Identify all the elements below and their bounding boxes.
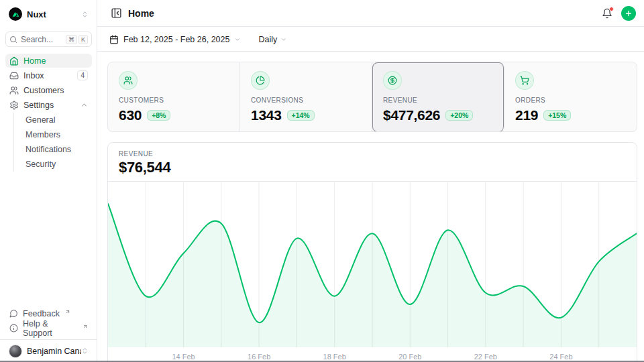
stat-delta-badge: +15% <box>543 110 571 121</box>
sidebar-subitem-label: General <box>25 115 55 125</box>
inbox-count-badge: 4 <box>77 70 88 80</box>
stat-delta-badge: +8% <box>147 110 170 121</box>
date-range-value: Feb 12, 2025 - Feb 26, 2025 <box>123 35 229 44</box>
area-chart-svg <box>108 182 637 347</box>
chart-title: Revenue <box>119 150 626 158</box>
sidebar-item-notifications[interactable]: Notifications <box>14 142 92 157</box>
add-button[interactable] <box>621 6 636 21</box>
shopping-cart-icon <box>520 76 529 85</box>
x-axis-label: 22 Feb <box>466 353 506 361</box>
users-icon <box>9 86 19 95</box>
stat-label: Customers <box>119 97 229 104</box>
user-menu[interactable]: Benjamin Canac <box>5 343 92 359</box>
stats-row: Customers 630 +8% Conversions 1343 +14% … <box>107 62 637 132</box>
x-axis-label: 14 Feb <box>164 353 204 361</box>
message-bubble-icon <box>9 309 18 318</box>
sidebar-nav: Home Inbox 4 Customers Settings General <box>5 54 92 172</box>
feedback-label: Feedback <box>23 309 60 318</box>
plus-icon <box>625 9 633 17</box>
chevrons-up-down-icon <box>81 347 89 355</box>
panel-left-close-icon <box>111 7 122 19</box>
sidebar-item-inbox[interactable]: Inbox 4 <box>5 68 92 82</box>
search-placeholder: Search... <box>21 35 64 44</box>
sidebar-divider <box>0 339 97 340</box>
sidebar-item-label: Settings <box>23 101 76 110</box>
x-axis-label: 18 Feb <box>315 353 355 361</box>
filters-toolbar: Feb 12, 2025 - Feb 26, 2025 Daily <box>97 27 644 52</box>
sidebar-subitem-label: Notifications <box>25 145 71 154</box>
stat-card-orders[interactable]: Orders 219 +15% <box>504 62 637 132</box>
search-icon <box>9 36 17 44</box>
circle-dollar-icon <box>388 76 397 85</box>
sidebar-item-security[interactable]: Security <box>14 157 92 172</box>
stat-value: 1343 <box>251 107 282 123</box>
x-axis-label: 16 Feb <box>239 353 279 361</box>
sidebar-item-members[interactable]: Members <box>14 127 92 142</box>
sidebar-subitem-label: Members <box>25 130 60 139</box>
stat-value: 219 <box>515 107 538 123</box>
info-circle-icon <box>9 324 18 333</box>
notifications-button[interactable] <box>598 5 616 22</box>
inbox-icon <box>9 71 19 80</box>
stat-card-customers[interactable]: Customers 630 +8% <box>108 62 240 132</box>
sidebar-item-label: Home <box>23 56 88 66</box>
external-link-icon <box>65 309 70 314</box>
stat-label: Revenue <box>383 97 493 104</box>
help-support-link[interactable]: Help & Support <box>5 321 92 335</box>
chevron-down-icon <box>234 36 241 43</box>
x-axis-label: 24 Feb <box>541 353 581 361</box>
sidebar-item-home[interactable]: Home <box>5 54 92 68</box>
help-support-label: Help & Support <box>23 319 77 338</box>
x-axis-label: 20 Feb <box>390 353 430 361</box>
sidebar-item-customers[interactable]: Customers <box>5 83 92 97</box>
chevron-up-icon <box>80 101 88 109</box>
date-range-picker[interactable]: Feb 12, 2025 - Feb 26, 2025 <box>109 35 241 44</box>
search-input[interactable]: Search... ⌘ K <box>5 32 92 47</box>
chart-current-value: $76,544 <box>119 159 626 176</box>
notification-dot <box>609 7 614 11</box>
stat-delta-badge: +14% <box>287 110 315 121</box>
collapse-sidebar-button[interactable] <box>108 5 124 21</box>
settings-submenu: General Members Notifications Security <box>13 113 92 172</box>
chart-header: Revenue $76,544 <box>108 143 637 182</box>
workspace-switcher[interactable]: Nuxt <box>5 6 92 22</box>
stat-label: Conversions <box>251 97 361 104</box>
chevrons-up-down-icon <box>81 11 89 18</box>
sidebar-item-label: Customers <box>23 86 88 95</box>
avatar <box>9 345 22 358</box>
sidebar-item-settings[interactable]: Settings <box>5 98 92 112</box>
users-icon <box>123 76 133 85</box>
kbd-k: K <box>78 35 88 44</box>
house-icon <box>9 56 19 66</box>
sidebar-footer: Feedback Help & Support <box>5 306 92 336</box>
stat-card-conversions[interactable]: Conversions 1343 +14% <box>240 62 372 132</box>
stat-card-revenue[interactable]: Revenue $477,626 +20% <box>372 62 504 132</box>
chart-pie-icon <box>256 76 265 85</box>
sidebar: Nuxt Search... ⌘ K Home Inbox 4 <box>0 0 97 362</box>
sidebar-subitem-label: Security <box>25 160 56 169</box>
app-window: Nuxt Search... ⌘ K Home Inbox 4 <box>0 0 644 362</box>
interval-select[interactable]: Daily <box>258 35 287 44</box>
stat-value: $477,626 <box>383 107 440 123</box>
nuxt-logo-icon <box>9 7 22 21</box>
chevron-down-icon <box>280 36 287 43</box>
calendar-icon <box>109 35 119 44</box>
page-title: Home <box>128 8 598 19</box>
stat-value: 630 <box>119 107 142 123</box>
stat-label: Orders <box>515 97 626 104</box>
sidebar-item-general[interactable]: General <box>14 113 92 127</box>
kbd-meta: ⌘ <box>66 35 77 44</box>
area-chart <box>108 182 637 347</box>
stat-delta-badge: +20% <box>445 110 473 121</box>
workspace-name: Nuxt <box>27 9 81 19</box>
revenue-chart-card: Revenue $76,544 14 Feb16 Feb18 Feb20 Feb… <box>107 142 637 362</box>
user-name: Benjamin Canac <box>27 347 81 356</box>
external-link-icon <box>83 324 88 329</box>
top-header: Home <box>97 0 644 27</box>
gear-icon <box>9 101 19 110</box>
interval-value: Daily <box>258 35 277 44</box>
sidebar-item-label: Inbox <box>23 71 72 80</box>
